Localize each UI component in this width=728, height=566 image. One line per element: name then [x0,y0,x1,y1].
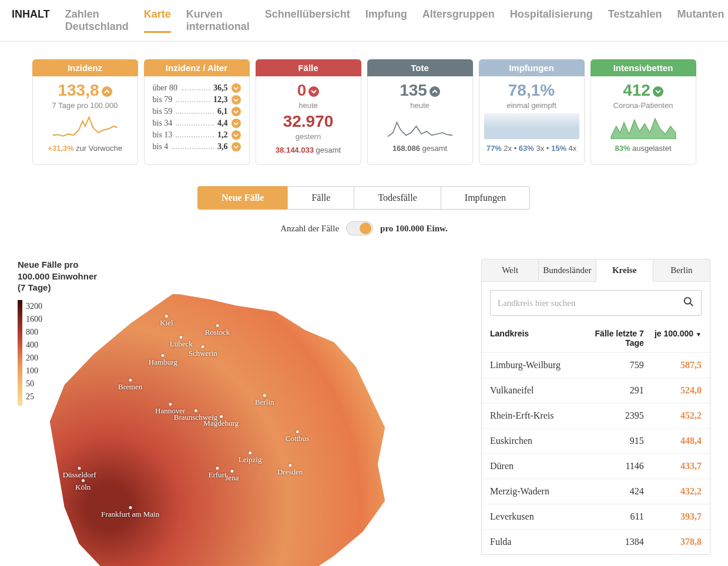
toggle-label-left: Anzahl der Fälle [280,224,339,234]
region-tab[interactable]: Berlin [653,260,710,282]
value: 133,8 [33,81,137,100]
nav-item[interactable]: Mutanten [677,8,724,33]
region-tab[interactable]: Kreise [596,260,653,282]
city-label[interactable]: Leipzig [239,452,262,464]
city-label[interactable]: Bremen [118,379,142,392]
card-impfungen[interactable]: Impfungen 78,1% einmal geimpft 77% 2x • … [479,59,585,165]
value: 78,1% [479,81,584,100]
germany-map[interactable]: KielRostockLübeckSchwerinHamburgBremenBe… [35,294,400,567]
value-yesterday: 32.970 [256,112,361,131]
trend-up-icon [102,86,112,97]
table-row[interactable]: Rhein-Erft-Kreis2395452,2 [482,403,710,428]
city-label[interactable]: Rostock [205,324,230,337]
age-row: bis 596,1 [153,107,241,116]
footer: 83% ausgelastet [591,144,696,153]
value-today: 0 [256,81,361,100]
map-title: Neue Fälle pro100.000 Einwohner(7 Tage) [18,259,464,294]
city-label[interactable]: Dresden [277,464,303,477]
nav-item[interactable]: Schnellübersicht [265,8,350,33]
nav-item[interactable]: Impfung [365,8,407,33]
nav-item[interactable]: INHALT [12,8,50,33]
city-label[interactable]: Frankfurt am Main [101,506,159,519]
trend-down-icon [308,86,319,97]
city-label[interactable]: Jena [225,470,239,483]
city-label[interactable]: Magdeburg [203,415,239,428]
city-label[interactable]: Erfurt [208,467,226,480]
footer: 77% 2x • 63% 3x • 15% 4x [479,144,584,153]
view-tabs: Neue FälleFälleTodesfälleImpfungen [0,186,728,210]
footer: +31,3% zur Vorwoche [33,144,137,153]
search-input[interactable] [498,298,683,308]
map-panel: Neue Fälle pro100.000 Einwohner(7 Tage) … [18,259,464,566]
label-today: heute [256,101,361,110]
nav-item[interactable]: Altersgruppen [422,8,495,33]
view-tab[interactable]: Neue Fälle [197,186,288,210]
label-yesterday: gestern [256,132,361,141]
table-row[interactable]: Fulda1384378,8 [482,529,710,554]
city-label[interactable]: Schwerin [189,345,217,358]
city-label[interactable]: Berlin [255,394,274,407]
subtitle: 7 Tage pro 100.000 [33,101,137,110]
table-row[interactable]: Leverkusen611393,7 [482,504,710,529]
area-chart [484,113,579,139]
svg-point-0 [685,298,691,304]
city-label[interactable]: Köln [75,479,90,492]
subtitle: Corona-Patienten [591,101,696,110]
nav-item[interactable]: Hospitalisierung [510,8,593,33]
table-row[interactable]: Merzig-Wadern424432,2 [482,479,710,504]
age-row: bis 43,6 [153,142,241,151]
card-inzidenz-alter[interactable]: Inzidenz / Alter über 8036,5bis 7912,3bi… [144,59,250,165]
legend-gradient [18,300,22,406]
trend-up-icon [430,86,440,97]
nav-item[interactable]: Zahlen Deutschland [65,8,129,33]
card-title: Impfungen [479,59,585,76]
card-faelle[interactable]: Fälle 0 heute 32.970 gestern 38.144.033 … [256,59,361,165]
value: 412 [591,81,696,100]
nav-item[interactable]: Testzahlen [608,8,662,33]
toggle-label-right: pro 100.000 Einw. [380,224,448,234]
city-label[interactable]: Hamburg [149,354,177,367]
card-inzidenz[interactable]: Inzidenz 133,8 7 Tage pro 100.000 +31,3%… [32,59,138,165]
nav-item[interactable]: Kurven international [186,8,250,33]
mode-toggle-row: Anzahl der Fälle pro 100.000 Einw. [0,221,728,235]
age-row: bis 7912,3 [153,95,241,105]
table-body: Limburg-Weilburg759587,5Vulkaneifel29152… [482,352,710,554]
th-je100k[interactable]: je 100.000 [644,329,702,348]
table-row[interactable]: Vulkaneifel291524,0 [482,378,710,403]
card-title: Inzidenz / Alter [144,59,250,76]
card-title: Fälle [256,59,361,76]
city-label[interactable]: Kiel [160,315,173,328]
footer: 38.144.033 gesamt [256,146,361,154]
age-row: über 8036,5 [153,83,241,93]
card-title: Tote [367,59,473,76]
city-label[interactable]: Düsseldorf [63,467,96,480]
trend-down-icon [653,86,663,97]
search-icon[interactable] [683,297,694,309]
sparkline [38,113,133,139]
footer: 168.086 gesamt [368,144,472,153]
city-label[interactable]: Cottbus [286,430,309,443]
search-box[interactable] [490,290,702,316]
region-tab[interactable]: Welt [482,260,539,282]
th-faelle[interactable]: Fälle letzte 7 Tage [580,329,644,348]
card-title: Inzidenz [32,59,138,76]
view-tab[interactable]: Todesfälle [354,186,441,210]
subtitle: einmal geimpft [479,101,584,110]
table-row[interactable]: Limburg-Weilburg759587,5 [482,352,710,378]
map-container[interactable]: KielRostockLübeckSchwerinHamburgBremenBe… [35,294,464,567]
view-tab[interactable]: Impfungen [441,186,530,210]
kpi-cards: Inzidenz 133,8 7 Tage pro 100.000 +31,3%… [0,42,728,183]
label-today: heute [368,101,472,110]
svg-line-1 [690,304,693,306]
th-landkreis[interactable]: Landkreis [490,329,580,348]
region-tab[interactable]: Bundesländer [539,260,596,282]
view-tab[interactable]: Fälle [287,186,354,210]
table-row[interactable]: Euskirchen915448,4 [482,428,710,453]
region-tabs: WeltBundesländerKreiseBerlin [482,260,710,282]
toggle-switch[interactable] [346,221,373,235]
card-intensiv[interactable]: Intensivbetten 412 Corona-Patienten 83% … [591,59,696,165]
nav-item[interactable]: Karte [144,8,171,33]
sparkline [373,113,468,139]
table-row[interactable]: Düren1146433,7 [482,453,710,479]
card-tote[interactable]: Tote 135 heute 168.086 gesamt [367,59,473,165]
